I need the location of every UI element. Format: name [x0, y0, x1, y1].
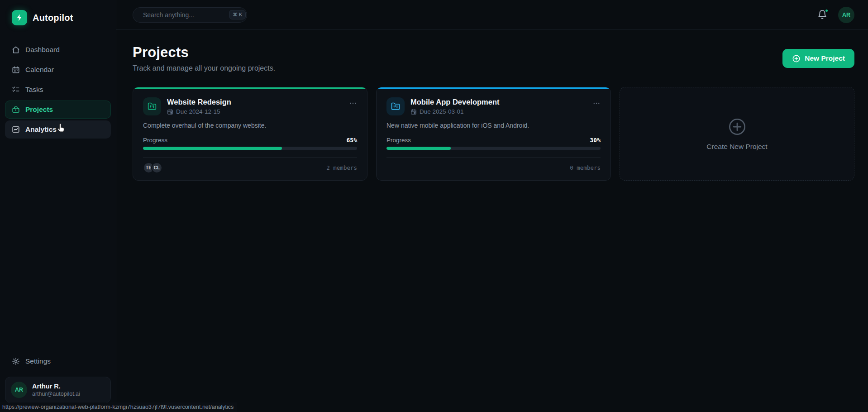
lightning-bolt-icon: [12, 10, 27, 25]
create-new-project-label: Create New Project: [706, 143, 767, 151]
page-subtitle: Track and manage all your ongoing projec…: [133, 64, 275, 72]
due-date: Due 2025-03-01: [420, 108, 464, 115]
search-input[interactable]: [143, 11, 225, 19]
sidebar-item-label: Tasks: [25, 86, 43, 94]
sidebar-item-settings[interactable]: Settings: [5, 352, 111, 370]
content-area: ⌘ K AR Projects Track and manage all you…: [116, 0, 868, 412]
due-date-row: Due 2025-03-01: [410, 108, 500, 115]
progress-bar-track: [143, 147, 357, 150]
progress-percentage: 30%: [590, 137, 601, 144]
project-title: Mobile App Development: [410, 97, 500, 106]
card-footer: TE CL 2 members: [143, 157, 357, 173]
card-title-group: Mobile App Development Due 2025-03-01: [410, 97, 500, 115]
new-project-button[interactable]: New Project: [782, 49, 854, 68]
progress-row: Progress 30%: [386, 137, 601, 144]
sidebar-item-projects[interactable]: Projects: [5, 101, 111, 119]
members-count: 0 members: [570, 164, 601, 171]
progress-row: Progress 65%: [143, 137, 357, 144]
sidebar-item-label: Dashboard: [25, 46, 60, 54]
new-project-label: New Project: [805, 54, 845, 62]
card-header: Website Redesign Due 2024-12-15: [143, 97, 357, 115]
plus-circle-icon: [728, 117, 747, 136]
home-icon: [12, 46, 20, 54]
sidebar-item-label: Analytics: [25, 125, 57, 134]
search-shortcut-badge: ⌘ K: [229, 10, 246, 19]
folder-kanban-icon: [143, 97, 161, 115]
member-avatars: TE CL: [143, 162, 162, 173]
progress-label: Progress: [143, 137, 167, 144]
sidebar-item-tasks[interactable]: Tasks: [5, 81, 111, 99]
members-count: 2 members: [326, 164, 357, 171]
folder-kanban-icon: [386, 97, 405, 115]
sidebar-spacer: [5, 139, 111, 352]
sidebar-item-calendar[interactable]: Calendar: [5, 61, 111, 79]
app-root: Autopilot Dashboard Calendar Tasks Proje…: [0, 0, 868, 412]
page-header: Projects Track and manage all your ongoi…: [133, 44, 854, 72]
user-profile-card[interactable]: AR Arthur R. arthur@autopilot.ai: [5, 377, 111, 403]
gear-icon: [12, 357, 20, 365]
status-url: https://preview-organizational-web-platf…: [0, 402, 237, 412]
topbar: ⌘ K AR: [116, 0, 868, 30]
list-checks-icon: [12, 86, 20, 94]
progress-percentage: 65%: [347, 137, 357, 144]
brand-name: Autopilot: [33, 13, 73, 23]
progress-label: Progress: [386, 137, 411, 144]
progress-bar-fill: [386, 147, 451, 150]
sidebar-item-label: Projects: [25, 105, 53, 114]
project-card-mobile-app-development[interactable]: Mobile App Development Due 2025-03-01 Ne…: [376, 87, 611, 181]
topbar-avatar[interactable]: AR: [838, 7, 854, 23]
user-email: arthur@autopilot.ai: [32, 390, 80, 398]
page-title-group: Projects Track and manage all your ongoi…: [133, 44, 275, 72]
notification-dot: [825, 9, 829, 13]
brand: Autopilot: [5, 10, 111, 25]
due-date: Due 2024-12-15: [176, 108, 220, 115]
sidebar-item-label: Calendar: [25, 66, 54, 74]
user-avatar: AR: [11, 382, 27, 398]
member-avatar: CL: [151, 162, 162, 173]
card-body: Website Redesign Due 2024-12-15 Complete…: [133, 89, 367, 180]
plus-circle-icon: [792, 54, 801, 63]
sidebar-item-analytics[interactable]: Analytics: [5, 120, 111, 139]
card-header: Mobile App Development Due 2025-03-01: [386, 97, 601, 115]
search-bar[interactable]: ⌘ K: [133, 7, 247, 23]
chart-line-icon: [12, 125, 20, 134]
topbar-right: AR: [817, 7, 854, 23]
briefcase-icon: [12, 105, 20, 114]
project-card-website-redesign[interactable]: Website Redesign Due 2024-12-15 Complete…: [133, 87, 367, 181]
notifications-button[interactable]: [817, 10, 828, 20]
card-menu-button[interactable]: [592, 97, 601, 109]
user-identity: Arthur R. arthur@autopilot.ai: [32, 382, 80, 398]
ellipsis-icon: [592, 99, 601, 107]
calendar-icon: [12, 66, 20, 74]
sidebar-item-label: Settings: [25, 357, 51, 365]
sidebar-item-dashboard[interactable]: Dashboard: [5, 41, 111, 59]
card-body: Mobile App Development Due 2025-03-01 Ne…: [377, 89, 610, 180]
page-title: Projects: [133, 44, 275, 61]
ellipsis-icon: [349, 99, 357, 107]
progress-bar-fill: [143, 147, 282, 150]
card-menu-button[interactable]: [349, 97, 357, 109]
card-title-group: Website Redesign Due 2024-12-15: [167, 97, 231, 115]
user-name: Arthur R.: [32, 382, 80, 390]
sidebar-nav: Dashboard Calendar Tasks Projects Analyt…: [5, 41, 111, 139]
calendar-clock-icon: [410, 109, 417, 115]
project-description: New native mobile application for iOS an…: [386, 122, 601, 129]
create-new-project-card[interactable]: Create New Project: [620, 87, 854, 181]
project-description: Complete overhaul of the company website…: [143, 122, 357, 129]
sidebar: Autopilot Dashboard Calendar Tasks Proje…: [0, 0, 116, 412]
card-footer: 0 members: [386, 157, 601, 173]
calendar-clock-icon: [167, 109, 173, 115]
project-title: Website Redesign: [167, 97, 231, 106]
main-panel: Projects Track and manage all your ongoi…: [116, 30, 868, 412]
projects-grid: Website Redesign Due 2024-12-15 Complete…: [133, 87, 854, 181]
progress-bar-track: [386, 147, 601, 150]
due-date-row: Due 2024-12-15: [167, 108, 231, 115]
